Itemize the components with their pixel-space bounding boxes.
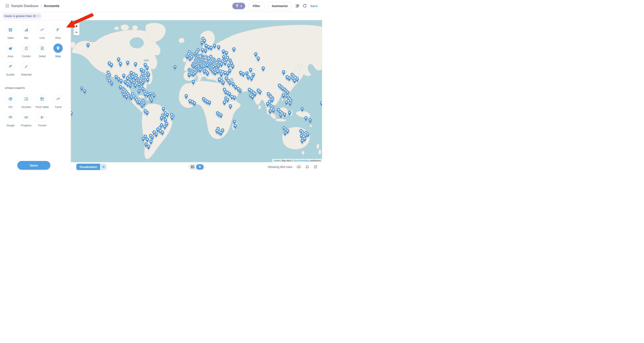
map-marker-pin[interactable]	[256, 56, 260, 63]
map-marker-pin[interactable]	[198, 68, 202, 74]
table-view-toggle[interactable]	[190, 165, 194, 168]
map-marker-pin[interactable]	[150, 98, 154, 105]
expand-icon[interactable]	[314, 165, 318, 169]
zoom-in-button[interactable]: +	[74, 23, 80, 29]
chart-type-map[interactable]: Map	[50, 44, 66, 58]
map-marker-pin[interactable]	[110, 81, 114, 88]
chart-type-area[interactable]: Area	[2, 44, 18, 58]
map-marker-pin[interactable]	[222, 100, 226, 107]
remove-filter-icon[interactable]: ×	[38, 15, 40, 18]
map-marker-pin[interactable]	[300, 139, 304, 145]
map-marker-pin[interactable]	[216, 45, 220, 52]
map-marker-pin[interactable]	[282, 112, 286, 119]
map-marker-pin[interactable]	[320, 101, 322, 108]
filter-button[interactable]: Filter	[248, 2, 264, 10]
map-marker-pin[interactable]	[207, 100, 211, 107]
chart-type-row[interactable]: Row	[50, 25, 66, 40]
map-marker-pin[interactable]	[126, 60, 130, 67]
map-marker-pin[interactable]	[258, 90, 262, 96]
chart-type-progress[interactable]: Progress	[18, 113, 34, 127]
summarize-button[interactable]: Summarize	[268, 2, 292, 10]
map-marker-pin[interactable]	[83, 89, 87, 96]
chart-type-pivot-table[interactable]: Pivot Table	[34, 94, 50, 109]
map-marker-pin[interactable]	[293, 78, 297, 85]
map-marker-pin[interactable]	[134, 62, 138, 69]
map-marker-pin[interactable]	[219, 113, 223, 120]
map-visualization[interactable]: + − Leaflet | Map data © OpenStreetMap c…	[71, 20, 322, 162]
map-marker-pin[interactable]	[170, 115, 174, 122]
visualization-button[interactable]: Visualization	[76, 164, 100, 170]
chart-type-waterfall[interactable]: Waterfall	[18, 62, 34, 76]
bell-icon[interactable]	[305, 165, 309, 169]
map-marker-pin[interactable]	[192, 101, 196, 108]
leaflet-link[interactable]: Leaflet	[274, 159, 280, 162]
map-marker-pin[interactable]	[250, 76, 254, 83]
map-marker-pin[interactable]	[232, 47, 236, 54]
chart-type-bar[interactable]: Bar	[18, 25, 34, 40]
map-marker-pin[interactable]	[228, 104, 232, 111]
map-marker-pin[interactable]	[304, 116, 308, 123]
notebook-icon[interactable]	[296, 4, 299, 8]
map-marker-pin[interactable]	[238, 88, 242, 95]
save-button[interactable]: Save	[310, 4, 318, 8]
map-marker-pin[interactable]	[283, 131, 287, 137]
chart-type-line[interactable]: Line	[34, 25, 50, 40]
map-marker-pin[interactable]	[288, 110, 292, 117]
map-marker-pin[interactable]	[223, 61, 227, 67]
map-marker-pin[interactable]	[200, 41, 204, 47]
map-marker-pin[interactable]	[209, 45, 213, 52]
chart-type-gauge[interactable]: Gauge	[2, 113, 18, 127]
visualization-settings-button[interactable]: ⚙	[100, 164, 106, 170]
map-marker-pin[interactable]	[109, 63, 113, 69]
map-marker-pin[interactable]	[130, 95, 134, 102]
map-marker-pin[interactable]	[213, 43, 216, 50]
map-view-toggle[interactable]	[196, 164, 204, 170]
refresh-icon[interactable]	[303, 4, 307, 8]
map-marker-pin[interactable]	[281, 93, 285, 100]
map-marker-pin[interactable]	[308, 118, 312, 125]
map-marker-pin[interactable]	[146, 77, 150, 84]
map-marker-pin[interactable]	[154, 132, 158, 139]
map-marker-pin[interactable]	[221, 80, 225, 87]
map-marker-pin[interactable]	[160, 130, 164, 137]
chart-type-table[interactable]: Table	[2, 25, 18, 40]
map-marker-pin[interactable]	[288, 101, 292, 108]
chart-type-combo[interactable]: Combo	[18, 44, 34, 58]
chart-type-trend[interactable]: Trend	[50, 94, 66, 109]
map-marker-pin[interactable]	[124, 95, 128, 101]
map-marker-pin[interactable]	[206, 71, 210, 78]
map-marker-pin[interactable]	[147, 144, 150, 151]
map-marker-pin[interactable]	[261, 66, 265, 73]
map-marker-pin[interactable]	[133, 83, 137, 90]
map-marker-pin[interactable]	[241, 72, 245, 79]
chart-type-funnel[interactable]: Funnel	[34, 113, 50, 127]
map-marker-pin[interactable]	[287, 76, 291, 83]
breadcrumb-table[interactable]: Accounts	[44, 4, 60, 8]
download-icon[interactable]	[297, 165, 301, 169]
map-marker-pin[interactable]	[279, 113, 283, 120]
map-marker-pin[interactable]	[173, 65, 177, 71]
map-marker-pin[interactable]	[128, 83, 132, 90]
applied-filters-pill[interactable]: 1	[232, 3, 245, 9]
map-marker-pin[interactable]	[86, 43, 90, 49]
breadcrumb-database[interactable]: Sample Database	[11, 4, 38, 8]
map-marker-pin[interactable]	[232, 95, 236, 102]
map-marker-pin[interactable]	[300, 107, 304, 113]
openstreetmap-link[interactable]: OpenStreetMap	[294, 159, 309, 162]
map-marker-pin[interactable]	[191, 80, 195, 86]
map-marker-pin[interactable]	[160, 116, 164, 123]
chart-type-detail[interactable]: Detail	[34, 44, 50, 58]
map-marker-pin[interactable]	[268, 109, 272, 116]
map-marker-pin[interactable]	[250, 95, 254, 101]
zoom-out-button[interactable]: −	[74, 29, 80, 35]
map-marker-pin[interactable]	[187, 73, 191, 79]
map-marker-pin[interactable]	[213, 70, 217, 77]
chart-type-number[interactable]: 12 Number	[18, 94, 34, 109]
map-marker-pin[interactable]	[71, 111, 73, 118]
filter-chip[interactable]: Seats is greater than 10 ×	[2, 13, 42, 19]
map-marker-pin[interactable]	[137, 89, 141, 96]
map-marker-pin[interactable]	[233, 124, 237, 130]
done-button[interactable]: Done	[17, 161, 50, 170]
map-marker-pin[interactable]	[219, 131, 223, 137]
map-marker-pin[interactable]	[118, 62, 122, 68]
